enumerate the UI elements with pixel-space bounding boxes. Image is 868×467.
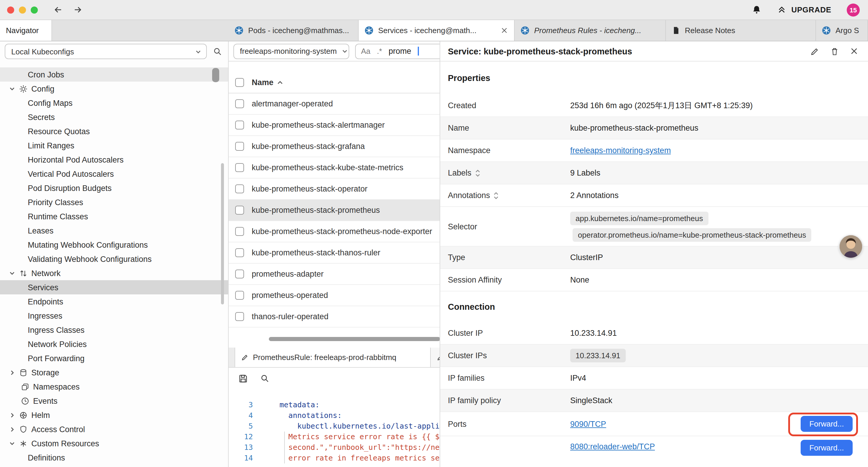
sidebar-item-ingress-classes[interactable]: Ingress Classes — [0, 323, 229, 337]
sidebar-item-network[interactable]: Network — [0, 266, 229, 280]
row-checkbox[interactable] — [235, 184, 244, 193]
table-row-kube-prometheus-stack-prometheus-node-exporter[interactable]: kube-prometheus-stack-prometheus-node-ex… — [229, 221, 440, 242]
match-case-toggle[interactable]: Aa — [361, 47, 370, 56]
tab-services[interactable]: Services - icecheng@math... — [359, 20, 515, 41]
search-query-text[interactable]: prome — [389, 47, 411, 56]
sidebar-item-storage[interactable]: Storage — [0, 365, 229, 380]
editor-search-icon[interactable] — [260, 374, 270, 383]
tab-argo[interactable]: Argo S — [816, 20, 868, 41]
sidebar-item-vertical-pod-autoscalers[interactable]: Vertical Pod Autoscalers — [0, 167, 229, 181]
table-row-kube-prometheus-stack-prometheus[interactable]: kube-prometheus-stack-prometheus — [229, 200, 440, 221]
row-checkbox[interactable] — [235, 163, 244, 172]
sidebar-item-pod-disruption-budgets[interactable]: Pod Disruption Budgets — [0, 181, 229, 195]
sidebar-item-validating-webhook-configurations[interactable]: Validating Webhook Configurations — [0, 252, 229, 266]
yaml-editor[interactable]: 3metadata: 4 annotations: 5 kubectl.kube… — [229, 389, 440, 467]
table-row-kube-prometheus-stack-alertmanager[interactable]: kube-prometheus-stack-alertmanager — [229, 115, 440, 136]
navigator-panel-tab[interactable]: Navigator — [0, 20, 52, 41]
sidebar-scrollbar[interactable] — [221, 163, 224, 304]
namespace-filter[interactable]: freeleaps-monitoring-system — [234, 43, 349, 59]
chevron-down-icon[interactable] — [8, 85, 16, 92]
sidebar-search-icon[interactable] — [213, 47, 222, 56]
select-all-checkbox[interactable] — [235, 78, 244, 87]
editor-tab-partial[interactable] — [431, 348, 440, 367]
upgrade-button[interactable]: UPGRADE — [777, 5, 831, 14]
sidebar-item-priority-classes[interactable]: Priority Classes — [0, 195, 229, 209]
sidebar-item-horizontal-pod-autoscalers[interactable]: Horizontal Pod Autoscalers — [0, 152, 229, 167]
table-row-kube-prometheus-stack-kube-state-metrics[interactable]: kube-prometheus-stack-kube-state-metrics — [229, 157, 440, 178]
zoom-window-button[interactable] — [31, 6, 38, 13]
sidebar-item-leases[interactable]: Leases — [0, 224, 229, 238]
namespace-link[interactable]: freeleaps-monitoring-system — [570, 146, 671, 155]
sidebar-item-config-maps[interactable]: Config Maps — [0, 96, 229, 110]
port-8080-link[interactable]: 8080:reloader-web/TCP — [570, 442, 655, 451]
delete-trash-icon[interactable] — [830, 47, 839, 56]
forward-port-8080-button[interactable]: Forward... — [801, 440, 852, 456]
chevron-down-icon[interactable] — [8, 270, 16, 276]
table-row-kube-prometheus-stack-grafana[interactable]: kube-prometheus-stack-grafana — [229, 136, 440, 157]
sidebar-item-network-policies[interactable]: Network Policies — [0, 337, 229, 351]
chevron-right-icon[interactable] — [8, 412, 16, 418]
user-avatar[interactable] — [840, 235, 862, 258]
sidebar-item-runtime-classes[interactable]: Runtime Classes — [0, 209, 229, 224]
notification-count-badge[interactable]: 15 — [847, 3, 860, 16]
sidebar-item-resource-quotas[interactable]: Resource Quotas — [0, 124, 229, 138]
horizontal-scrollbar[interactable] — [269, 337, 440, 341]
table-row-prometheus-operated[interactable]: prometheus-operated — [229, 285, 440, 306]
row-checkbox[interactable] — [235, 227, 244, 236]
name-column-header[interactable]: Name — [252, 78, 283, 87]
list-search-field[interactable]: Aa .* prome — [355, 43, 440, 59]
sidebar-item-helm[interactable]: Helm — [0, 408, 229, 422]
row-checkbox[interactable] — [235, 121, 244, 129]
sidebar-item-services[interactable]: Services — [0, 280, 229, 294]
minimize-window-button[interactable] — [19, 6, 26, 13]
scrollbar-thumb[interactable] — [212, 68, 219, 82]
row-checkbox[interactable] — [235, 99, 244, 108]
table-row-prometheus-adapter[interactable]: prometheus-adapter — [229, 264, 440, 285]
close-tab-icon[interactable] — [500, 27, 508, 34]
back-button[interactable] — [53, 5, 63, 15]
regex-toggle[interactable]: .* — [377, 47, 382, 56]
close-window-button[interactable] — [7, 6, 14, 13]
chevron-right-icon[interactable] — [8, 369, 16, 376]
sidebar-item-events[interactable]: Events — [0, 394, 229, 408]
table-row-kube-prometheus-stack-thanos-ruler[interactable]: kube-prometheus-stack-thanos-ruler — [229, 242, 440, 264]
annotations-count[interactable]: 2 Annotations — [570, 191, 619, 200]
sidebar-item-custom-resources[interactable]: Custom Resources — [0, 436, 229, 450]
row-checkbox[interactable] — [235, 206, 244, 214]
chevron-down-icon[interactable] — [8, 440, 16, 447]
sidebar-item-definitions[interactable]: Definitions — [0, 450, 229, 465]
forward-button[interactable] — [73, 5, 83, 15]
save-icon[interactable] — [238, 373, 248, 383]
sidebar-item-cron-jobs[interactable]: Cron Jobs — [0, 67, 229, 82]
editor-tab-prometheusrule[interactable]: PrometheusRule: freeleaps-prod-rabbitmq — [235, 348, 431, 367]
tab-release-notes[interactable]: Release Notes — [666, 20, 816, 41]
row-checkbox[interactable] — [235, 248, 244, 257]
row-checkbox[interactable] — [235, 269, 244, 279]
port-9090-link[interactable]: 9090/TCP — [570, 419, 606, 428]
sidebar-item-access-control[interactable]: Access Control — [0, 422, 229, 436]
kubeconfig-selector[interactable]: Local Kubeconfigs — [5, 44, 207, 59]
forward-port-9090-button[interactable]: Forward... — [801, 416, 852, 432]
table-row-alertmanager-operated[interactable]: alertmanager-operated — [229, 93, 440, 115]
row-checkbox[interactable] — [235, 142, 244, 151]
close-panel-icon[interactable] — [850, 47, 859, 56]
sidebar-item-endpoints[interactable]: Endpoints — [0, 294, 229, 309]
sidebar-item-secrets[interactable]: Secrets — [0, 110, 229, 124]
tab-pods[interactable]: Pods - icecheng@mathmas... — [229, 20, 359, 41]
sidebar-item-limit-ranges[interactable]: Limit Ranges — [0, 138, 229, 152]
services-table: alertmanager-operated kube-prometheus-st… — [229, 93, 440, 327]
notifications-bell-icon[interactable] — [752, 5, 762, 15]
table-row-thanos-ruler-operated[interactable]: thanos-ruler-operated — [229, 306, 440, 327]
chevron-right-icon[interactable] — [8, 426, 16, 432]
table-row-kube-prometheus-stack-operator[interactable]: kube-prometheus-stack-operator — [229, 178, 440, 200]
row-checkbox[interactable] — [235, 312, 244, 321]
sidebar-item-ingresses[interactable]: Ingresses — [0, 309, 229, 323]
labels-count[interactable]: 9 Labels — [570, 169, 600, 177]
sidebar-item-mutating-webhook-configurations[interactable]: Mutating Webhook Configurations — [0, 238, 229, 252]
sidebar-item-namespaces[interactable]: Namespaces — [0, 380, 229, 394]
tab-prometheus-rules[interactable]: Prometheus Rules - icecheng... — [515, 20, 666, 41]
edit-pencil-icon[interactable] — [810, 47, 819, 56]
sidebar-item-port-forwarding[interactable]: Port Forwarding — [0, 351, 229, 365]
sidebar-item-config[interactable]: Config — [0, 82, 229, 96]
row-checkbox[interactable] — [235, 291, 244, 300]
